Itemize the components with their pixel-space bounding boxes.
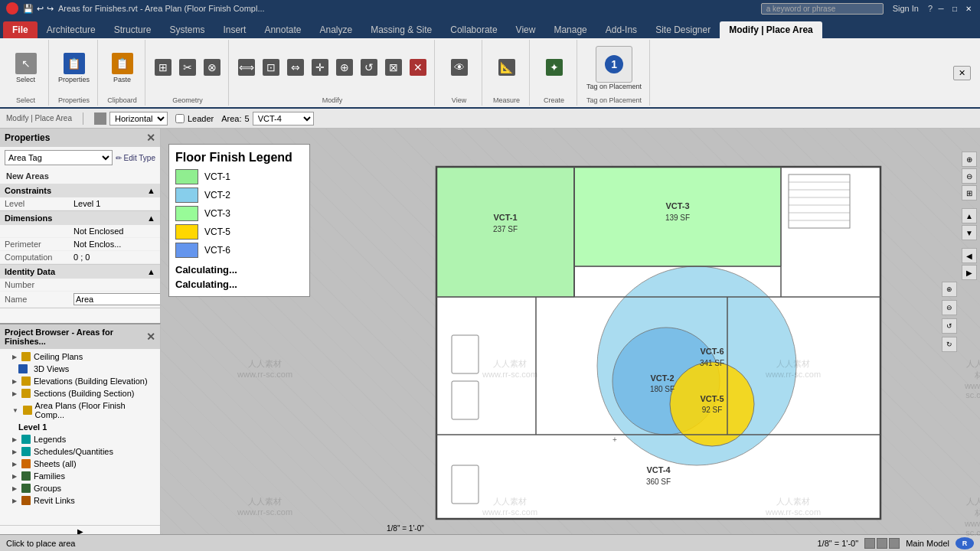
tab-structure[interactable]: Structure bbox=[105, 21, 161, 38]
tool-2[interactable]: ⊖ bbox=[942, 300, 957, 315]
pb-item-level1[interactable]: Level 1 bbox=[0, 421, 160, 433]
tab-view[interactable]: View bbox=[507, 21, 545, 38]
tab-sitedesigner[interactable]: Site Designer bbox=[646, 21, 720, 38]
context-close-btn[interactable]: ✕ bbox=[953, 66, 971, 80]
tab-file[interactable]: File bbox=[3, 21, 38, 38]
delete-button[interactable]: ✕ bbox=[407, 57, 430, 79]
pan-right-button[interactable]: ▶ bbox=[962, 265, 977, 280]
view-btn[interactable]: 👁 bbox=[448, 57, 471, 79]
properties-close-button[interactable]: ✕ bbox=[146, 132, 155, 144]
svg-text:92 SF: 92 SF bbox=[702, 406, 723, 414]
tab-massing[interactable]: Massing & Site bbox=[361, 21, 441, 38]
sign-in-button[interactable]: Sign In bbox=[893, 4, 919, 13]
title-bar: 💾 ↩ ↪ Areas for Finishes.rvt - Area Plan… bbox=[0, 0, 980, 17]
scale-button[interactable]: ⊠ bbox=[382, 57, 405, 79]
tool-4[interactable]: ↻ bbox=[942, 337, 957, 352]
constraints-header[interactable]: Constraints ▲ bbox=[0, 184, 160, 197]
save-icon[interactable]: 💾 bbox=[23, 4, 34, 14]
title-bar-left: 💾 ↩ ↪ Areas for Finishes.rvt - Area Plan… bbox=[6, 2, 265, 15]
close-button[interactable]: ✕ bbox=[963, 3, 974, 14]
ribbon-group-tag-on-placement: 1 Tag on Placement Tag on Placement bbox=[579, 40, 650, 106]
select-button[interactable]: ↖ Select bbox=[12, 51, 40, 85]
mirror-button[interactable]: ⇔ bbox=[284, 57, 307, 79]
area-value: 5 bbox=[245, 114, 250, 123]
zoom-out-button[interactable]: ⊖ bbox=[962, 168, 977, 184]
search-box[interactable]: a keyword or phrase bbox=[761, 3, 884, 15]
tool-3[interactable]: ↺ bbox=[942, 318, 957, 334]
view-mode-btn-1[interactable] bbox=[864, 538, 875, 549]
pb-item-sheets[interactable]: ▶ Sheets (all) bbox=[0, 458, 160, 470]
perimeter-row: Perimeter Not Enclos... bbox=[0, 238, 160, 251]
legend-item-vct6: VCT-6 bbox=[175, 243, 303, 258]
properties-button[interactable]: 📋 Properties bbox=[55, 51, 93, 85]
pb-item-legends[interactable]: ▶ Legends bbox=[0, 433, 160, 445]
move-button[interactable]: ✛ bbox=[309, 57, 332, 79]
name-input[interactable] bbox=[74, 293, 160, 305]
options-bar: Modify | Place Area Horizontal Vertical … bbox=[0, 109, 980, 129]
redo-icon[interactable]: ↪ bbox=[47, 4, 54, 14]
tab-annotate[interactable]: Annotate bbox=[255, 21, 310, 38]
zoom-fit-button[interactable]: ⊞ bbox=[962, 185, 977, 201]
undo-icon[interactable]: ↩ bbox=[37, 4, 44, 14]
help-icon[interactable]: ? bbox=[928, 4, 933, 13]
click-to-place-label: Click to place area bbox=[6, 539, 76, 548]
tab-systems[interactable]: Systems bbox=[160, 21, 214, 38]
orientation-select[interactable]: Horizontal Vertical bbox=[109, 112, 168, 126]
geometry-btn-1[interactable]: ⊞ bbox=[152, 57, 175, 79]
dimensions-header[interactable]: Dimensions ▲ bbox=[0, 211, 160, 225]
create-btn[interactable]: ✦ bbox=[543, 57, 566, 79]
offset-button[interactable]: ⊡ bbox=[260, 57, 283, 79]
type-dropdown[interactable]: Area Tag bbox=[5, 150, 113, 165]
canvas-area[interactable]: 人人素材 www.rr-sc.com 人人素材 www.rr-sc.com 人人… bbox=[161, 129, 980, 551]
paste-button[interactable]: 📋 Paste bbox=[109, 51, 136, 85]
view-mode-btn-2[interactable] bbox=[877, 538, 887, 549]
pb-arrow-groups: ▶ bbox=[12, 485, 17, 492]
pb-item-sections[interactable]: ▶ Sections (Building Section) bbox=[0, 387, 160, 399]
rotate-button[interactable]: ↺ bbox=[358, 57, 381, 79]
tool-1[interactable]: ⊕ bbox=[942, 282, 957, 297]
identity-data-header[interactable]: Identity Data ▲ bbox=[0, 265, 160, 279]
pb-item-3d-views[interactable]: 3D Views bbox=[0, 363, 160, 375]
ribbon-group-measure: 📐 Measure bbox=[484, 40, 530, 106]
copy-button[interactable]: ⊕ bbox=[333, 57, 356, 79]
tag-on-placement-button[interactable]: 1 Tag on Placement bbox=[583, 44, 645, 92]
pb-close-button[interactable]: ✕ bbox=[146, 331, 155, 343]
geometry-btn-3[interactable]: ⊗ bbox=[201, 57, 224, 79]
window-title: Areas for Finishes.rvt - Area Plan (Floo… bbox=[58, 4, 265, 13]
pb-item-ceiling-plans[interactable]: ▶ Ceiling Plans bbox=[0, 350, 160, 363]
tab-analyze[interactable]: Analyze bbox=[310, 21, 361, 38]
pan-up-button[interactable]: ▲ bbox=[962, 208, 977, 223]
ribbon-group-select: ↖ Select Select bbox=[3, 40, 49, 106]
offset-icon: ⊡ bbox=[263, 59, 279, 76]
options-modify-label: Modify | Place Area bbox=[6, 114, 72, 122]
tab-modify-place-area[interactable]: Modify | Place Area bbox=[720, 21, 822, 38]
properties-panel: Properties ✕ Area Tag ✏ Edit Type New Ar… bbox=[0, 129, 161, 340]
properties-icon: 📋 bbox=[64, 53, 85, 74]
edit-type-button[interactable]: ✏ Edit Type bbox=[116, 154, 155, 162]
pan-down-button[interactable]: ▼ bbox=[962, 225, 977, 240]
pb-icon-area-plans bbox=[23, 406, 32, 415]
pan-left-button[interactable]: ◀ bbox=[962, 248, 977, 263]
align-button[interactable]: ⟺ bbox=[235, 57, 258, 79]
pb-item-groups[interactable]: ▶ Groups bbox=[0, 482, 160, 494]
measure-btn[interactable]: 📐 bbox=[495, 57, 518, 79]
area-name-select[interactable]: VCT-4 VCT-1 VCT-2 VCT-3 VCT-5 VCT-6 bbox=[253, 112, 314, 126]
pb-icon-sheets bbox=[21, 459, 31, 468]
tab-manage[interactable]: Manage bbox=[544, 21, 596, 38]
pb-item-area-plans[interactable]: ▼ Area Plans (Floor Finish Comp... bbox=[0, 399, 160, 421]
leader-checkbox[interactable] bbox=[175, 114, 185, 123]
tab-collaborate[interactable]: Collaborate bbox=[441, 21, 506, 38]
pb-item-elevations[interactable]: ▶ Elevations (Building Elevation) bbox=[0, 375, 160, 387]
minimize-button[interactable]: ─ bbox=[936, 3, 946, 14]
tab-insert[interactable]: Insert bbox=[214, 21, 255, 38]
pb-item-schedules[interactable]: ▶ Schedules/Quantities bbox=[0, 445, 160, 458]
tab-addins[interactable]: Add-Ins bbox=[596, 21, 646, 38]
tab-architecture[interactable]: Architecture bbox=[38, 21, 105, 38]
ribbon-group-clipboard: 📋 Paste Clipboard bbox=[100, 40, 145, 106]
view-mode-btn-3[interactable] bbox=[889, 538, 900, 549]
zoom-in-button[interactable]: ⊕ bbox=[962, 152, 977, 167]
geometry-btn-2[interactable]: ✂ bbox=[176, 57, 199, 79]
maximize-button[interactable]: □ bbox=[949, 3, 960, 14]
pb-item-revit-links[interactable]: ▶ Revit Links bbox=[0, 494, 160, 507]
pb-item-families[interactable]: ▶ Families bbox=[0, 470, 160, 482]
